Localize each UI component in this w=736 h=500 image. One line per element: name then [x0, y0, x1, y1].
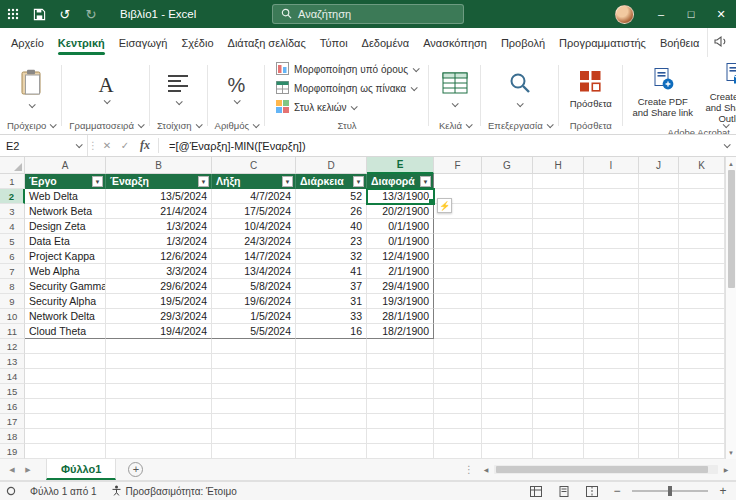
cell-E1[interactable]: Διαφορά▼ — [367, 174, 434, 189]
cell-D11[interactable]: 16 — [296, 324, 367, 339]
cell-J1[interactable] — [639, 174, 679, 189]
cell-E6[interactable]: 12/4/1900 — [367, 249, 434, 264]
user-avatar[interactable] — [615, 5, 634, 24]
cell-J6[interactable] — [639, 249, 679, 264]
cell-H19[interactable] — [533, 444, 584, 459]
cell-E12[interactable] — [367, 339, 434, 354]
cell-B5[interactable]: 1/3/2024 — [106, 234, 212, 249]
cell-I4[interactable] — [584, 219, 639, 234]
cell-J3[interactable] — [639, 204, 679, 219]
drag-handle-icon[interactable]: ⋮ — [464, 464, 474, 475]
cell-C16[interactable] — [212, 399, 296, 414]
row-header-17[interactable]: 17 — [0, 414, 25, 429]
cell-J4[interactable] — [639, 219, 679, 234]
cell-G16[interactable] — [482, 399, 533, 414]
cell-A18[interactable] — [25, 429, 106, 444]
expand-formula-bar-button[interactable] — [716, 135, 736, 156]
cell-G15[interactable] — [482, 384, 533, 399]
row-header-3[interactable]: 3 — [0, 204, 25, 219]
cell-H5[interactable] — [533, 234, 584, 249]
cell-B12[interactable] — [106, 339, 212, 354]
row-header-18[interactable]: 18 — [0, 429, 25, 444]
conditional-formatting-button[interactable]: Μορφοποίηση υπό όρους — [272, 61, 422, 78]
cell-C3[interactable]: 17/5/2024 — [212, 204, 296, 219]
cell-A2[interactable]: Web Delta — [25, 189, 106, 204]
cell-H17[interactable] — [533, 414, 584, 429]
column-header-K[interactable]: K — [679, 157, 725, 174]
cell-G6[interactable] — [482, 249, 533, 264]
cell-C5[interactable]: 24/3/2024 — [212, 234, 296, 249]
filter-button-A[interactable]: ▼ — [92, 176, 103, 187]
editing-button[interactable] — [501, 69, 539, 109]
cell-A9[interactable]: Security Alpha — [25, 294, 106, 309]
format-as-table-button[interactable]: Μορφοποίηση ως πίνακα — [272, 80, 422, 97]
cell-A7[interactable]: Web Alpha — [25, 264, 106, 279]
cell-F18[interactable] — [434, 429, 482, 444]
cell-H11[interactable] — [533, 324, 584, 339]
cell-E17[interactable] — [367, 414, 434, 429]
cell-I11[interactable] — [584, 324, 639, 339]
cells-button[interactable] — [436, 69, 474, 109]
row-header-2[interactable]: 2 — [0, 189, 25, 204]
cell-E19[interactable] — [367, 444, 434, 459]
cell-E16[interactable] — [367, 399, 434, 414]
cell-H7[interactable] — [533, 264, 584, 279]
cell-D14[interactable] — [296, 369, 367, 384]
vertical-scrollbar[interactable]: ▲ ▼ — [725, 157, 736, 459]
cell-A14[interactable] — [25, 369, 106, 384]
cell-C12[interactable] — [212, 339, 296, 354]
cell-B19[interactable] — [106, 444, 212, 459]
cell-I12[interactable] — [584, 339, 639, 354]
scroll-left-icon[interactable]: ◀ — [480, 466, 492, 473]
ribbon-tab-9[interactable]: Προγραμματιστής — [552, 28, 653, 57]
cell-J9[interactable] — [639, 294, 679, 309]
cell-J15[interactable] — [639, 384, 679, 399]
cell-B8[interactable]: 29/6/2024 — [106, 279, 212, 294]
cell-I7[interactable] — [584, 264, 639, 279]
enter-button[interactable]: ✓ — [116, 135, 134, 156]
cell-H12[interactable] — [533, 339, 584, 354]
ribbon-tab-3[interactable]: Σχέδιο — [174, 28, 220, 57]
paste-button[interactable] — [12, 67, 50, 110]
chevron-down-icon[interactable] — [466, 121, 473, 128]
cell-F13[interactable] — [434, 354, 482, 369]
cell-F19[interactable] — [434, 444, 482, 459]
cell-F6[interactable] — [434, 249, 482, 264]
scroll-down-icon[interactable]: ▼ — [728, 446, 734, 459]
zoom-slider[interactable] — [632, 490, 708, 492]
cell-H16[interactable] — [533, 399, 584, 414]
cell-H10[interactable] — [533, 309, 584, 324]
cell-A4[interactable]: Design Zeta — [25, 219, 106, 234]
cell-K5[interactable] — [679, 234, 725, 249]
cell-H1[interactable] — [533, 174, 584, 189]
chevron-down-icon[interactable] — [138, 121, 145, 128]
cell-H18[interactable] — [533, 429, 584, 444]
cell-K12[interactable] — [679, 339, 725, 354]
cell-E5[interactable]: 0/1/1900 — [367, 234, 434, 249]
number-format-button[interactable]: % — [217, 72, 255, 106]
close-button[interactable]: ✕ — [706, 0, 736, 28]
cell-G11[interactable] — [482, 324, 533, 339]
cell-A5[interactable]: Data Eta — [25, 234, 106, 249]
cell-F10[interactable] — [434, 309, 482, 324]
app-launcher-icon[interactable] — [0, 0, 26, 28]
cell-E13[interactable] — [367, 354, 434, 369]
cell-C15[interactable] — [212, 384, 296, 399]
prev-sheet-icon[interactable]: ◀ — [4, 466, 20, 474]
cell-K6[interactable] — [679, 249, 725, 264]
cell-I1[interactable] — [584, 174, 639, 189]
cell-A1[interactable]: Έργο▼ — [25, 174, 106, 189]
ribbon-tab-1[interactable]: Κεντρική — [51, 28, 112, 57]
cell-A10[interactable]: Network Delta — [25, 309, 106, 324]
cell-C13[interactable] — [212, 354, 296, 369]
cell-B16[interactable] — [106, 399, 212, 414]
row-header-8[interactable]: 8 — [0, 279, 25, 294]
cell-J13[interactable] — [639, 354, 679, 369]
cell-D12[interactable] — [296, 339, 367, 354]
cell-K1[interactable] — [679, 174, 725, 189]
cell-D18[interactable] — [296, 429, 367, 444]
column-header-B[interactable]: B — [106, 157, 212, 174]
vertical-scroll-thumb[interactable] — [728, 170, 735, 288]
cell-C17[interactable] — [212, 414, 296, 429]
column-header-D[interactable]: D — [296, 157, 367, 174]
